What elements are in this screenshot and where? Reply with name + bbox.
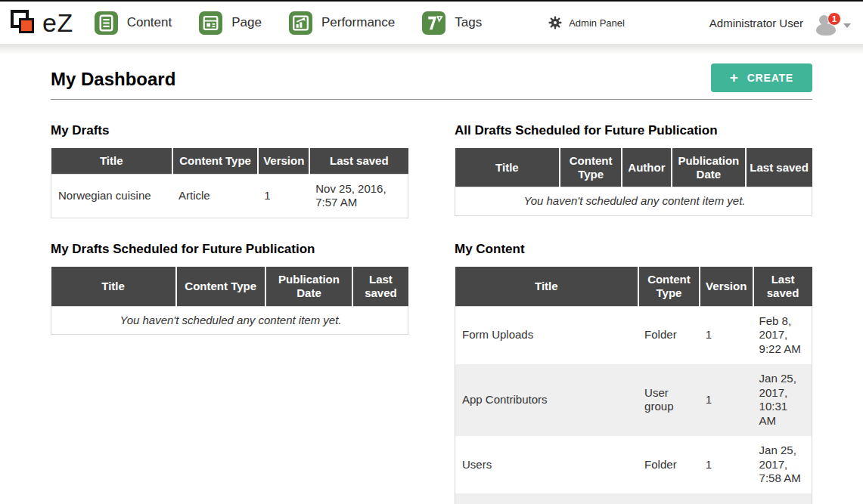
- column-header: Version: [700, 267, 753, 306]
- nav-item-page[interactable]: Page: [199, 11, 262, 35]
- topbar-shadow: [0, 44, 863, 54]
- empty-row: You haven't scheduled any content item y…: [455, 187, 812, 216]
- cell-title: Norwegian cuisine: [51, 174, 172, 218]
- cell-last-saved: Nov 25, 2016, 7:57 AM: [309, 174, 408, 218]
- cell-content-type: User group: [638, 364, 700, 436]
- section-all-drafts-scheduled: All Drafts Scheduled for Future Publicat…: [455, 123, 812, 218]
- section-my-drafts: My Drafts Title Content Type Version Las…: [51, 123, 408, 218]
- nav-label-page: Page: [231, 15, 262, 30]
- column-header: Last saved: [753, 267, 812, 306]
- cell-version: 1: [700, 493, 753, 504]
- empty-row: You haven't scheduled any content item y…: [51, 306, 408, 335]
- cell-last-saved: Jan 25, 2017, 7:55 AM: [753, 493, 812, 504]
- column-header: Last saved: [309, 148, 408, 174]
- section-title-my-content: My Content: [455, 242, 812, 257]
- user-name: Administrator User: [709, 17, 803, 29]
- column-header: Content Type: [560, 148, 622, 187]
- page-title: My Dashboard: [51, 69, 175, 90]
- section-title-my-drafts-scheduled: My Drafts Scheduled for Future Publicati…: [51, 242, 408, 257]
- dashboard-grid: My Drafts Title Content Type Version Las…: [51, 100, 812, 504]
- cell-title: App Contributors: [455, 364, 639, 436]
- notification-badge[interactable]: 1: [827, 12, 841, 26]
- table-header-row: Title Content Type Author Publication Da…: [455, 148, 812, 187]
- table-row[interactable]: Norwegian cuisine Article 1 Nov 25, 2016…: [51, 174, 408, 218]
- avatar: 1: [815, 15, 838, 36]
- cell-title: Users: [455, 436, 639, 493]
- section-title-all-drafts-scheduled: All Drafts Scheduled for Future Publicat…: [455, 123, 812, 138]
- all-drafts-scheduled-table: Title Content Type Author Publication Da…: [455, 148, 812, 216]
- table-row[interactable]: App Folder 1 Jan 25, 2017, 7:55 AM: [455, 493, 812, 504]
- plus-icon: +: [730, 73, 739, 83]
- create-button[interactable]: + CREATE: [711, 63, 812, 92]
- nav-label-content: Content: [127, 15, 172, 30]
- nav-item-performance[interactable]: Performance: [289, 11, 395, 35]
- column-header: Last saved: [352, 267, 408, 306]
- cell-version: 1: [700, 364, 753, 436]
- logo-orange-square: [19, 18, 34, 33]
- my-content-table: Title Content Type Version Last saved Fo…: [455, 267, 812, 504]
- cell-version: 1: [700, 306, 753, 364]
- ez-logo-icon: [9, 8, 38, 37]
- content-icon: [95, 11, 118, 35]
- cell-version: 1: [258, 174, 309, 218]
- page-header: My Dashboard + CREATE: [51, 63, 812, 100]
- user-area: Administrator User 1: [709, 11, 851, 36]
- column-header: Content Type: [638, 267, 700, 306]
- dashboard-page: My Dashboard + CREATE My Drafts Title Co…: [51, 63, 812, 504]
- table-header-row: Title Content Type Publication Date Last…: [51, 267, 408, 306]
- gear-icon: [548, 16, 562, 29]
- column-header: Publication Date: [265, 267, 353, 306]
- nav-item-tags[interactable]: Tags: [422, 11, 482, 35]
- column-header: Title: [51, 267, 176, 306]
- column-header: Author: [622, 148, 672, 187]
- table-row[interactable]: Form Uploads Folder 1 Feb 8, 2017, 9:22 …: [455, 306, 812, 364]
- table-header-row: Title Content Type Version Last saved: [455, 267, 812, 306]
- page-icon: [199, 11, 222, 35]
- ez-logo[interactable]: eZ: [9, 8, 73, 38]
- section-title-my-drafts: My Drafts: [51, 123, 408, 138]
- column-header: Last saved: [746, 148, 812, 187]
- column-header: Content Type: [176, 267, 265, 306]
- empty-message: You haven't scheduled any content item y…: [51, 306, 408, 335]
- admin-panel-button[interactable]: Admin Panel: [548, 16, 625, 29]
- column-header: Title: [455, 267, 639, 306]
- table-row[interactable]: Users Folder 1 Jan 25, 2017, 7:58 AM: [455, 436, 812, 493]
- chevron-down-icon: [843, 23, 851, 28]
- column-header: Title: [455, 148, 560, 187]
- nav-item-content[interactable]: Content: [95, 11, 172, 35]
- column-header: Title: [51, 148, 172, 174]
- performance-icon: [289, 11, 312, 35]
- nav-label-performance: Performance: [321, 15, 395, 30]
- create-button-label: CREATE: [747, 72, 793, 84]
- column-header: Publication Date: [672, 148, 746, 187]
- my-drafts-table: Title Content Type Version Last saved No…: [51, 148, 408, 218]
- cell-content-type: Folder: [638, 306, 700, 364]
- section-my-drafts-scheduled: My Drafts Scheduled for Future Publicati…: [51, 242, 408, 504]
- cell-last-saved: Jan 25, 2017, 7:58 AM: [753, 436, 812, 493]
- user-menu[interactable]: 1: [815, 11, 851, 36]
- my-drafts-scheduled-table: Title Content Type Publication Date Last…: [51, 267, 408, 335]
- cell-content-type: Folder: [638, 436, 700, 493]
- admin-panel-label: Admin Panel: [569, 17, 625, 29]
- cell-title: App: [455, 493, 639, 504]
- table-header-row: Title Content Type Version Last saved: [51, 148, 408, 174]
- ez-logo-text: eZ: [42, 8, 73, 38]
- cell-content-type: Folder: [638, 493, 700, 504]
- cell-last-saved: Feb 8, 2017, 9:22 AM: [753, 306, 812, 364]
- cell-last-saved: Jan 25, 2017, 10:31 AM: [753, 364, 812, 436]
- cell-content-type: Article: [172, 174, 258, 218]
- tags-icon: [422, 11, 445, 35]
- top-navigation-bar: eZ Content: [0, 2, 863, 44]
- cell-version: 1: [700, 436, 753, 493]
- column-header: Content Type: [172, 148, 258, 174]
- column-header: Version: [258, 148, 309, 174]
- section-my-content: My Content Title Content Type Version La…: [455, 242, 812, 504]
- empty-message: You haven't scheduled any content item y…: [455, 187, 812, 216]
- main-nav: Content Page: [95, 11, 510, 35]
- table-row[interactable]: App Contributors User group 1 Jan 25, 20…: [455, 364, 812, 436]
- nav-label-tags: Tags: [455, 15, 482, 30]
- cell-title: Form Uploads: [455, 306, 639, 364]
